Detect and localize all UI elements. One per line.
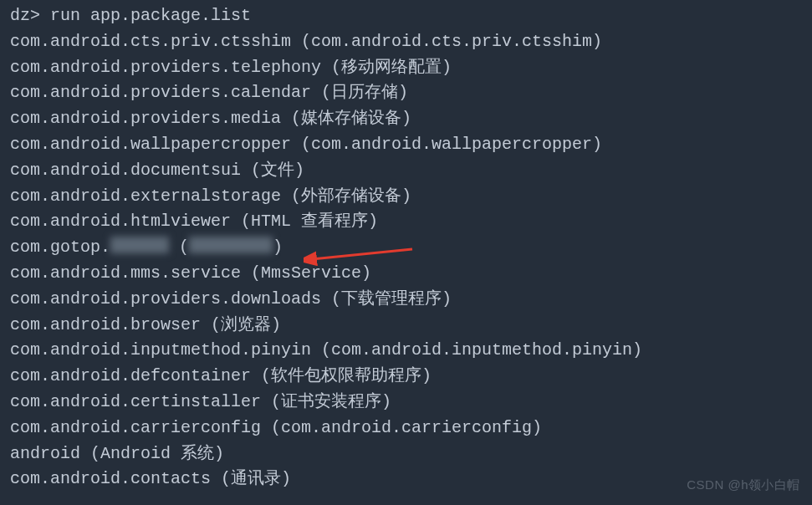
- output-line: com.android.inputmethod.pinyin (com.andr…: [10, 338, 802, 364]
- output-line: com.android.contacts (通讯录): [10, 467, 802, 492]
- redacted-suffix: ): [273, 237, 283, 257]
- command-text: run app.package.list: [50, 6, 251, 25]
- output-line: com.android.htmlviewer (HTML 查看程序): [10, 209, 802, 235]
- prompt: dz>: [10, 6, 50, 25]
- output-line: android (Android 系统): [10, 441, 802, 467]
- output-line: com.android.providers.media (媒体存储设备): [10, 106, 802, 132]
- output-line: com.android.providers.calendar (日历存储): [10, 80, 802, 106]
- output-line: com.android.externalstorage (外部存储设备): [10, 184, 802, 210]
- redacted-block: [110, 237, 169, 253]
- output-line: com.android.documentsui (文件): [10, 158, 802, 184]
- output-line: com.android.browser (浏览器): [10, 313, 802, 339]
- output-line: com.android.carrierconfig (com.android.c…: [10, 416, 802, 441]
- redacted-mid: (: [169, 237, 189, 257]
- output-line: com.android.wallpapercropper (com.androi…: [10, 132, 802, 158]
- output-line: com.android.cts.priv.ctsshim (com.androi…: [10, 29, 802, 55]
- redacted-block: [189, 237, 273, 253]
- output-line: com.android.certinstaller (证书安装程序): [10, 390, 802, 416]
- output-line: com.android.mms.service (MmsService): [10, 261, 802, 287]
- output-line: com.android.providers.telephony (移动网络配置): [10, 55, 802, 81]
- watermark: CSDN @h领小白帽: [687, 472, 800, 498]
- output-line: com.android.defcontainer (软件包权限帮助程序): [10, 364, 802, 390]
- command-line[interactable]: dz> run app.package.list: [10, 3, 802, 29]
- output-line: com.android.providers.downloads (下载管理程序): [10, 287, 802, 313]
- redacted-prefix: com.gotop.: [10, 237, 110, 257]
- output-line-redacted: com.gotop. (): [10, 235, 802, 261]
